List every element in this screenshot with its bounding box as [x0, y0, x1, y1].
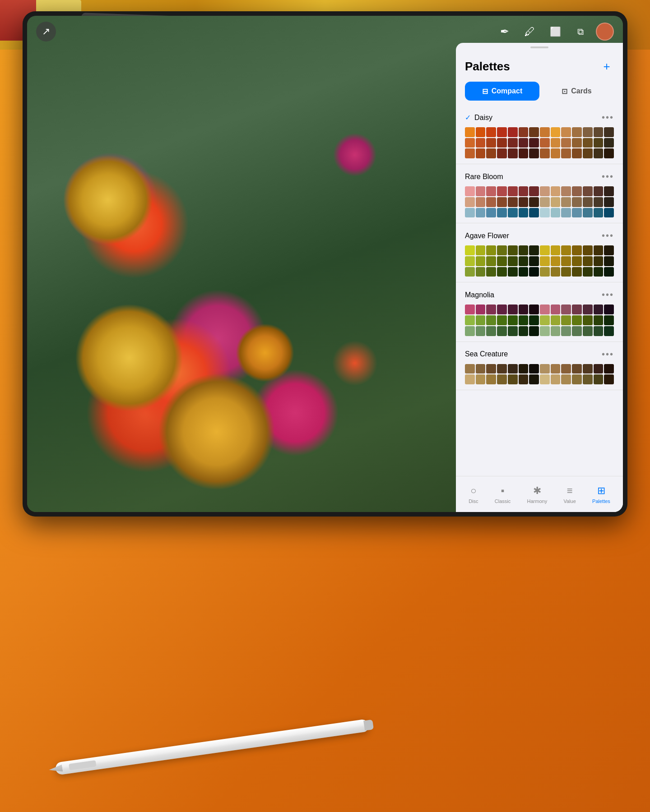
- color-swatch-rare-bloom-30[interactable]: [486, 208, 496, 218]
- color-swatch-daisy-25[interactable]: [583, 138, 593, 148]
- color-swatch-rare-bloom-2[interactable]: [486, 186, 496, 196]
- color-swatch-rare-bloom-9[interactable]: [561, 186, 571, 196]
- color-swatch-daisy-11[interactable]: [583, 127, 593, 137]
- color-swatch-sea-creature-4[interactable]: [508, 364, 518, 374]
- palette-name-magnolia[interactable]: Magnolia: [465, 291, 494, 299]
- nav-item-classic[interactable]: ▪Classic: [488, 481, 518, 508]
- color-swatch-rare-bloom-38[interactable]: [572, 208, 582, 218]
- color-swatch-daisy-21[interactable]: [540, 138, 550, 148]
- color-swatch-magnolia-11[interactable]: [583, 304, 593, 314]
- color-swatch-magnolia-30[interactable]: [486, 326, 496, 336]
- color-swatch-agave-flower-7[interactable]: [540, 245, 550, 255]
- color-swatch-agave-flower-28[interactable]: [465, 267, 475, 277]
- color-swatch-sea-creature-22[interactable]: [551, 374, 561, 384]
- color-swatch-sea-creature-5[interactable]: [519, 364, 529, 374]
- color-swatch-magnolia-7[interactable]: [540, 304, 550, 314]
- color-swatch-sea-creature-20[interactable]: [529, 374, 539, 384]
- color-swatch-agave-flower-20[interactable]: [529, 256, 539, 266]
- color-swatch-agave-flower-29[interactable]: [476, 267, 486, 277]
- color-swatch-rare-bloom-39[interactable]: [583, 208, 593, 218]
- color-swatch-rare-bloom-28[interactable]: [465, 208, 475, 218]
- color-swatch-magnolia-1[interactable]: [476, 304, 486, 314]
- palette-name-daisy[interactable]: ✓Daisy: [465, 113, 492, 122]
- color-swatch-rare-bloom-34[interactable]: [529, 208, 539, 218]
- color-swatch-rare-bloom-40[interactable]: [594, 208, 604, 218]
- color-swatch-agave-flower-35[interactable]: [540, 267, 550, 277]
- color-swatch-daisy-22[interactable]: [551, 138, 561, 148]
- color-swatch-magnolia-8[interactable]: [551, 304, 561, 314]
- palette-more-rare-bloom[interactable]: •••: [602, 171, 614, 182]
- color-swatch-sea-creature-14[interactable]: [465, 374, 475, 384]
- color-swatch-agave-flower-8[interactable]: [551, 245, 561, 255]
- color-swatch-magnolia-37[interactable]: [561, 326, 571, 336]
- color-swatch-daisy-12[interactable]: [594, 127, 604, 137]
- color-swatch-daisy-10[interactable]: [572, 127, 582, 137]
- color-swatch-agave-flower-13[interactable]: [604, 245, 614, 255]
- color-swatch-sea-creature-6[interactable]: [529, 364, 539, 374]
- color-swatch-daisy-8[interactable]: [551, 127, 561, 137]
- color-swatch-sea-creature-17[interactable]: [497, 374, 507, 384]
- color-swatch-daisy-40[interactable]: [594, 148, 604, 158]
- color-swatch-sea-creature-7[interactable]: [540, 364, 550, 374]
- color-swatch-agave-flower-30[interactable]: [486, 267, 496, 277]
- color-swatch-magnolia-9[interactable]: [561, 304, 571, 314]
- color-swatch-rare-bloom-26[interactable]: [594, 197, 604, 207]
- color-swatch-daisy-39[interactable]: [583, 148, 593, 158]
- color-swatch-magnolia-10[interactable]: [572, 304, 582, 314]
- color-swatch-magnolia-22[interactable]: [551, 315, 561, 325]
- nav-item-value[interactable]: ≡Value: [556, 481, 583, 508]
- color-swatch-magnolia-25[interactable]: [583, 315, 593, 325]
- color-swatch-daisy-3[interactable]: [497, 127, 507, 137]
- color-swatch-agave-flower-9[interactable]: [561, 245, 571, 255]
- color-swatch-magnolia-41[interactable]: [604, 326, 614, 336]
- color-swatch-agave-flower-39[interactable]: [583, 267, 593, 277]
- palette-more-magnolia[interactable]: •••: [602, 290, 614, 300]
- color-swatch-magnolia-35[interactable]: [540, 326, 550, 336]
- color-swatch-magnolia-26[interactable]: [594, 315, 604, 325]
- color-swatch-magnolia-3[interactable]: [497, 304, 507, 314]
- color-swatch-daisy-17[interactable]: [497, 138, 507, 148]
- color-swatch-agave-flower-17[interactable]: [497, 256, 507, 266]
- color-swatch-sea-creature-25[interactable]: [583, 374, 593, 384]
- color-swatch-daisy-0[interactable]: [465, 127, 475, 137]
- color-swatch-daisy-20[interactable]: [529, 138, 539, 148]
- color-swatch-rare-bloom-24[interactable]: [572, 197, 582, 207]
- color-swatch-sea-creature-19[interactable]: [519, 374, 529, 384]
- color-swatch-magnolia-15[interactable]: [476, 315, 486, 325]
- color-swatch-daisy-2[interactable]: [486, 127, 496, 137]
- palette-name-rare-bloom[interactable]: Rare Bloom: [465, 173, 503, 181]
- color-swatch-agave-flower-25[interactable]: [583, 256, 593, 266]
- color-swatch-sea-creature-13[interactable]: [604, 364, 614, 374]
- color-swatch-daisy-37[interactable]: [561, 148, 571, 158]
- color-swatch-rare-bloom-16[interactable]: [486, 197, 496, 207]
- palette-more-agave-flower[interactable]: •••: [602, 231, 614, 241]
- color-swatch-magnolia-2[interactable]: [486, 304, 496, 314]
- color-swatch-rare-bloom-3[interactable]: [497, 186, 507, 196]
- compact-view-button[interactable]: ⊟ Compact: [465, 82, 539, 101]
- color-swatch-rare-bloom-19[interactable]: [519, 197, 529, 207]
- color-swatch-magnolia-34[interactable]: [529, 326, 539, 336]
- color-swatch-agave-flower-31[interactable]: [497, 267, 507, 277]
- color-swatch-sea-creature-3[interactable]: [497, 364, 507, 374]
- color-swatch-daisy-41[interactable]: [604, 148, 614, 158]
- arrow-icon[interactable]: ↗: [36, 22, 56, 42]
- color-swatch-daisy-35[interactable]: [540, 148, 550, 158]
- color-swatch-agave-flower-27[interactable]: [604, 256, 614, 266]
- nav-item-harmony[interactable]: ✱Harmony: [520, 481, 555, 508]
- color-swatch-agave-flower-26[interactable]: [594, 256, 604, 266]
- color-swatch-daisy-28[interactable]: [465, 148, 475, 158]
- color-swatch-daisy-14[interactable]: [465, 138, 475, 148]
- color-swatch-agave-flower-19[interactable]: [519, 256, 529, 266]
- color-swatch-sea-creature-24[interactable]: [572, 374, 582, 384]
- color-swatch-rare-bloom-10[interactable]: [572, 186, 582, 196]
- color-swatch-sea-creature-16[interactable]: [486, 374, 496, 384]
- color-swatch-agave-flower-23[interactable]: [561, 256, 571, 266]
- color-swatch-daisy-31[interactable]: [497, 148, 507, 158]
- color-swatch-rare-bloom-18[interactable]: [508, 197, 518, 207]
- color-swatch-agave-flower-40[interactable]: [594, 267, 604, 277]
- color-swatch-magnolia-33[interactable]: [519, 326, 529, 336]
- color-swatch-rare-bloom-41[interactable]: [604, 208, 614, 218]
- palette-more-sea-creature[interactable]: •••: [602, 349, 614, 360]
- color-swatch-daisy-18[interactable]: [508, 138, 518, 148]
- color-swatch-daisy-7[interactable]: [540, 127, 550, 137]
